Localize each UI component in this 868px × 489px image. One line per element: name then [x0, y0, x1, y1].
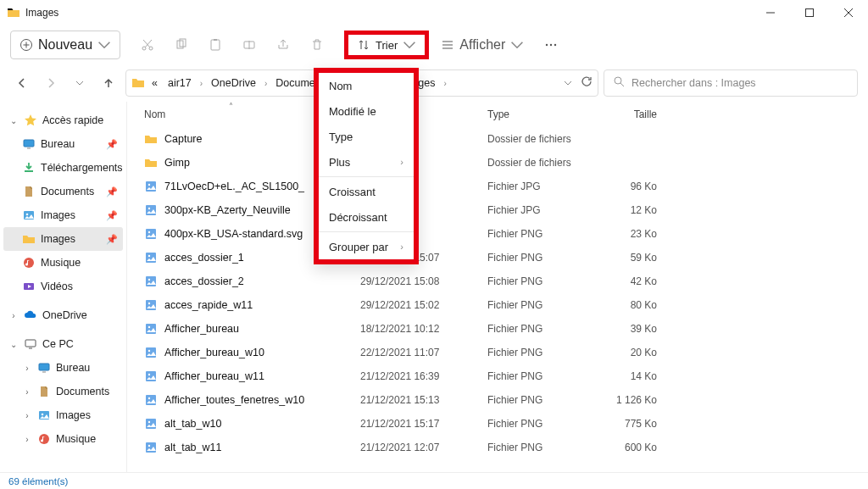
- sort-menu-more[interactable]: Plus›: [319, 149, 414, 175]
- chevron-right-icon: ›: [400, 242, 403, 252]
- svg-point-46: [148, 421, 150, 423]
- sidebar-item[interactable]: ›Documents: [3, 380, 123, 403]
- sort-menu-item[interactable]: Nom: [319, 73, 414, 98]
- sort-menu-groupby[interactable]: Grouper par›: [319, 234, 414, 259]
- svg-point-30: [148, 231, 150, 233]
- sidebar-item[interactable]: ›Images: [3, 403, 123, 427]
- table-row[interactable]: alt_tab_w1021/12/2021 15:17Fichier PNG77…: [127, 412, 868, 436]
- file-type: Fichier PNG: [487, 252, 589, 264]
- file-name: Afficher_toutes_fenetres_w10: [164, 394, 304, 406]
- image-file-icon: [144, 298, 158, 312]
- sidebar-item-label: Images: [41, 233, 75, 245]
- table-row[interactable]: 71LvOecD+eL._AC_SL1500_Fichier JPG96 Ko: [127, 175, 868, 198]
- svg-rect-45: [146, 419, 156, 429]
- sidebar-item[interactable]: Images📌: [3, 227, 123, 251]
- up-button[interactable]: [97, 71, 120, 95]
- rename-button[interactable]: [234, 31, 264, 59]
- breadcrumb-seg[interactable]: air17: [164, 74, 195, 92]
- share-button[interactable]: [268, 31, 298, 59]
- sort-button[interactable]: Trier: [348, 35, 425, 55]
- minimize-button[interactable]: [751, 0, 790, 25]
- column-type[interactable]: Type: [487, 108, 589, 120]
- close-button[interactable]: [829, 0, 868, 25]
- file-name: alt_tab_w11: [164, 442, 221, 453]
- table-row[interactable]: acces_rapide_w1129/12/2021 15:02Fichier …: [127, 293, 868, 317]
- sidebar-item[interactable]: Vidéos: [3, 275, 123, 298]
- pictures-icon: [37, 408, 51, 422]
- file-type: Fichier PNG: [487, 275, 589, 287]
- file-name: Afficher_bureau: [164, 323, 239, 335]
- table-row[interactable]: Afficher_bureau_w1121/12/2021 16:39Fichi…: [127, 364, 868, 388]
- view-icon: [441, 38, 454, 52]
- file-size: 42 Ko: [589, 275, 665, 287]
- file-date: 18/12/2021 10:12: [360, 323, 487, 335]
- sort-menu-item[interactable]: Type: [319, 124, 414, 149]
- file-date: 29/12/2021 15:08: [360, 275, 487, 287]
- table-row[interactable]: Afficher_bureau18/12/2021 10:12Fichier P…: [127, 317, 868, 341]
- chevron-down-icon[interactable]: [564, 75, 572, 91]
- sidebar-item[interactable]: ›Bureau: [3, 356, 123, 380]
- back-button[interactable]: [10, 71, 34, 95]
- view-button[interactable]: Afficher: [432, 31, 532, 59]
- maximize-button[interactable]: [790, 0, 829, 25]
- star-icon: [24, 114, 37, 127]
- sidebar-item[interactable]: Documents📌: [3, 180, 123, 203]
- table-row[interactable]: Afficher_toutes_fenetres_w1021/12/2021 1…: [127, 388, 868, 412]
- sidebar-item[interactable]: ›Musique: [3, 427, 123, 451]
- file-date: 21/12/2021 15:13: [360, 394, 487, 406]
- svg-rect-27: [146, 205, 156, 215]
- file-size: 59 Ko: [589, 252, 665, 264]
- sort-menu-item[interactable]: Croissant: [319, 179, 414, 204]
- svg-point-34: [148, 279, 150, 281]
- chevron-right-icon: ›: [442, 79, 448, 88]
- table-row[interactable]: 300px-KB_Azerty_NeuvilleFichier JPG12 Ko: [127, 198, 868, 222]
- copy-button[interactable]: [166, 31, 197, 59]
- breadcrumb-seg[interactable]: OneDrive: [208, 74, 259, 92]
- svg-rect-39: [146, 347, 156, 358]
- file-name: 300px-KB_Azerty_Neuville: [164, 204, 291, 216]
- refresh-button[interactable]: [581, 75, 593, 91]
- table-row[interactable]: CaptureDossier de fichiers: [127, 127, 868, 151]
- image-file-icon: [144, 417, 158, 431]
- file-size: 775 Ko: [589, 418, 665, 430]
- sort-menu-item[interactable]: Décroissant: [319, 204, 414, 230]
- cut-button[interactable]: [132, 31, 163, 59]
- paste-button[interactable]: [200, 31, 231, 59]
- sidebar-item[interactable]: Bureau📌: [3, 132, 123, 156]
- more-button[interactable]: [536, 31, 566, 59]
- svg-point-17: [24, 258, 34, 268]
- column-size[interactable]: Taille: [589, 108, 665, 120]
- table-row[interactable]: Afficher_bureau_w1022/12/2021 11:07Fichi…: [127, 341, 868, 364]
- table-row[interactable]: acces_dossier_229/12/2021 15:08Fichier P…: [127, 270, 868, 293]
- svg-point-26: [148, 184, 150, 186]
- svg-rect-29: [146, 229, 156, 239]
- recent-button[interactable]: [68, 71, 92, 95]
- new-button[interactable]: Nouveau: [10, 31, 120, 59]
- sidebar-onedrive[interactable]: › OneDrive: [3, 303, 123, 327]
- pin-icon: 📌: [106, 210, 118, 221]
- svg-point-10: [550, 44, 552, 46]
- table-row[interactable]: GimpDossier de fichiers: [127, 151, 868, 175]
- sidebar-item[interactable]: Images📌: [3, 203, 123, 227]
- pictures-icon: [22, 208, 36, 222]
- file-name: Afficher_bureau_w11: [164, 370, 264, 382]
- table-row[interactable]: 400px-KB_USA-standard.svgFichier PNG23 K…: [127, 222, 868, 246]
- table-row[interactable]: alt_tab_w1121/12/2021 12:07Fichier PNG60…: [127, 436, 868, 459]
- sidebar-item[interactable]: Musique: [3, 251, 123, 275]
- sort-icon: [357, 38, 370, 52]
- chevron-down-icon: [97, 38, 111, 52]
- sidebar-this-pc[interactable]: ⌄ Ce PC: [3, 332, 123, 356]
- sort-menu-highlight: Nom Modifié le Type Plus› Croissant Décr…: [314, 68, 419, 264]
- image-file-icon: [144, 227, 158, 241]
- delete-button[interactable]: [302, 31, 332, 59]
- sidebar-item-label: Bureau: [56, 362, 90, 374]
- table-row[interactable]: acces_dossier_129/12/2021 15:07Fichier P…: [127, 246, 868, 270]
- svg-rect-0: [806, 9, 814, 17]
- forward-button[interactable]: [39, 71, 63, 95]
- sidebar-item[interactable]: Téléchargements📌: [3, 156, 123, 180]
- search-input[interactable]: Rechercher dans : Images: [604, 69, 858, 97]
- file-size: 80 Ko: [589, 299, 665, 311]
- sort-menu-item[interactable]: Modifié le: [319, 98, 414, 124]
- svg-point-42: [148, 374, 150, 375]
- sidebar-quick-access[interactable]: ⌄ Accès rapide: [3, 108, 123, 132]
